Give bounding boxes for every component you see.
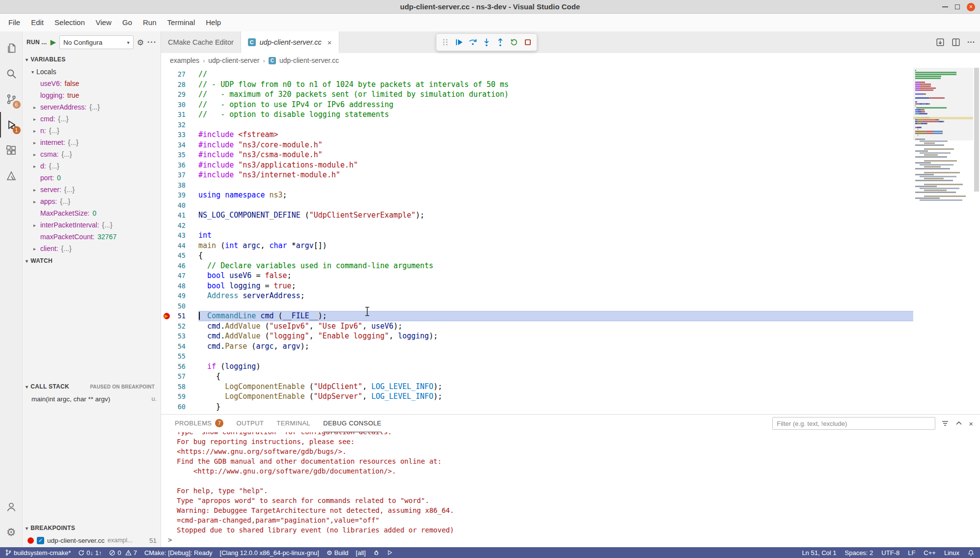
line-number-cell[interactable]: 46 (161, 261, 198, 271)
menu-terminal[interactable]: Terminal (162, 16, 201, 29)
code-text[interactable]: // - maximum of 320 packets sent (or lim… (198, 89, 913, 100)
code-text[interactable] (198, 221, 913, 231)
code-text[interactable]: { (198, 251, 913, 261)
tab-problems[interactable]: PROBLEMS 7 (175, 415, 223, 432)
code-text[interactable]: #include <fstream> (198, 130, 913, 140)
code-line[interactable]: 42 (161, 221, 913, 231)
menu-help[interactable]: Help (200, 16, 226, 29)
step-over-icon[interactable] (466, 35, 480, 50)
variable-row[interactable]: ▸server:{...} (23, 184, 161, 195)
eol-item[interactable]: LF (908, 549, 915, 557)
menu-edit[interactable]: Edit (26, 16, 49, 29)
variable-row[interactable]: MaxPacketSize:0 (23, 207, 161, 219)
code-line[interactable]: 31// - option to disable logging stateme… (161, 110, 913, 120)
more-actions-icon[interactable]: ··· (967, 38, 975, 47)
code-line[interactable]: 34#include "ns3/core-module.h" (161, 140, 913, 150)
code-line[interactable]: 36#include "ns3/applications-module.h" (161, 160, 913, 170)
code-text[interactable]: cmd.Parse (argc, argv); (198, 341, 913, 352)
minimize-icon[interactable] (942, 6, 948, 7)
line-number-cell[interactable]: 40 (161, 200, 198, 211)
line-number-cell[interactable]: 38 (161, 180, 198, 191)
variable-row[interactable]: ▸n:{...} (23, 125, 161, 137)
expand-chevron-icon[interactable]: ▸ (33, 105, 40, 110)
code-text[interactable]: bool useV6 = false; (198, 271, 913, 281)
source-control-icon[interactable]: 6 (0, 86, 23, 112)
code-text[interactable]: int (198, 230, 913, 241)
breakpoint-enabled-checkbox[interactable]: ✓ (37, 537, 44, 544)
variable-row[interactable]: ▸interPacketInterval:{...} (23, 219, 161, 231)
variable-row[interactable]: maxPacketCount:32767 (23, 231, 161, 243)
split-editor-icon[interactable] (952, 38, 960, 47)
line-number-cell[interactable]: 41 (161, 210, 198, 221)
code-line[interactable]: 54 cmd.Parse (argc, argv); (161, 341, 913, 352)
variable-row[interactable]: port:0 (23, 172, 161, 184)
code-editor[interactable]: 27//28// - UDP flow from n0 to n1 of 102… (161, 68, 980, 414)
line-number-cell[interactable]: 49 (161, 291, 198, 301)
manage-gear-icon[interactable]: ⚙ (0, 520, 23, 545)
step-into-icon[interactable] (480, 35, 493, 50)
code-text[interactable]: using namespace ns3; (198, 190, 913, 200)
watch-header[interactable]: ▾ WATCH (23, 254, 161, 267)
breadcrumb-examples[interactable]: examples (170, 56, 199, 64)
menu-file[interactable]: File (3, 16, 26, 29)
tab-udp-client-server[interactable]: C udp-client-server.cc × (241, 31, 339, 53)
code-line[interactable]: ▶51 CommandLine cmd (__FILE__); (161, 311, 913, 321)
line-number-cell[interactable]: 57 (161, 371, 198, 382)
debug-console-output[interactable]: Type "show configuration" for configurat… (161, 432, 980, 547)
line-number-cell[interactable]: 36 (161, 160, 198, 170)
code-text[interactable]: // (198, 69, 913, 80)
line-number-cell[interactable]: 31 (161, 110, 198, 120)
line-number-cell[interactable]: 29 (161, 89, 198, 100)
launch-target-icon[interactable] (387, 550, 393, 556)
line-number-cell[interactable]: 56 (161, 362, 198, 372)
views-more-actions-icon[interactable]: ··· (147, 38, 157, 47)
code-line[interactable]: 49 Address serverAddress; (161, 291, 913, 301)
code-text[interactable]: if (logging) (198, 362, 913, 372)
expand-chevron-icon[interactable]: ▸ (33, 223, 40, 228)
code-line[interactable]: 47 bool useV6 = false; (161, 271, 913, 281)
code-text[interactable]: // Declare variables used in command-lin… (198, 261, 913, 271)
code-text[interactable]: #include "ns3/applications-module.h" (198, 160, 913, 170)
expand-chevron-icon[interactable]: ▸ (33, 246, 40, 251)
code-text[interactable]: // - option to use IPv4 or IPv6 addressi… (198, 100, 913, 110)
scope-locals[interactable]: ▾ Locals (23, 66, 161, 78)
code-text[interactable]: NS_LOG_COMPONENT_DEFINE ("UdpClientServe… (198, 210, 913, 221)
maximize-icon[interactable] (955, 4, 960, 9)
filter-options-icon[interactable] (941, 419, 949, 427)
variable-row[interactable]: logging:true (23, 89, 161, 101)
search-icon[interactable] (0, 61, 23, 86)
build-target-item[interactable]: [all] (356, 549, 366, 557)
code-line[interactable]: 28// - UDP flow from n0 to n1 of 1024 by… (161, 80, 913, 90)
code-text[interactable]: cmd.AddValue ("logging", "Enable logging… (198, 331, 913, 341)
scrollbar-thumb[interactable] (974, 68, 979, 192)
menu-view[interactable]: View (90, 16, 117, 29)
code-text[interactable]: #include "ns3/csma-module.h" (198, 150, 913, 160)
indentation-item[interactable]: Spaces: 2 (845, 549, 873, 557)
line-number-cell[interactable]: 48 (161, 281, 198, 291)
drag-handle-icon[interactable] (438, 35, 452, 50)
encoding-item[interactable]: UTF-8 (881, 549, 899, 557)
os-item[interactable]: Linux (944, 549, 959, 557)
breakpoints-header[interactable]: ▾ BREAKPOINTS (23, 522, 161, 534)
restart-icon[interactable] (507, 35, 521, 50)
tab-output[interactable]: OUTPUT (236, 415, 264, 432)
breakpoint-row[interactable]: ✓ udp-client-server.cc exampl... 51 (23, 534, 161, 546)
code-text[interactable] (198, 351, 913, 362)
console-filter-input[interactable] (772, 417, 935, 430)
expand-chevron-icon[interactable]: ▸ (33, 164, 40, 169)
maximize-panel-icon[interactable] (955, 419, 963, 427)
code-line[interactable]: 35#include "ns3/csma-module.h" (161, 150, 913, 160)
code-line[interactable]: 58 LogComponentEnable ("UdpClient", LOG_… (161, 382, 913, 392)
breadcrumb-file[interactable]: udp-client-server.cc (279, 56, 339, 64)
code-text[interactable]: cmd.AddValue ("useIpv6", "Use Ipv6", use… (198, 321, 913, 332)
code-text[interactable]: CommandLine cmd (__FILE__); (198, 311, 913, 321)
code-line[interactable]: 32 (161, 120, 913, 130)
line-number-cell[interactable]: 60 (161, 402, 198, 412)
language-mode-item[interactable]: C++ (924, 549, 936, 557)
line-number-cell[interactable]: 50 (161, 301, 198, 311)
line-number-cell[interactable]: 44 (161, 241, 198, 251)
console-prompt[interactable]: > (161, 535, 980, 545)
code-line[interactable]: 55 (161, 351, 913, 362)
line-number-cell[interactable]: 35 (161, 150, 198, 160)
code-line[interactable]: 57 { (161, 371, 913, 382)
